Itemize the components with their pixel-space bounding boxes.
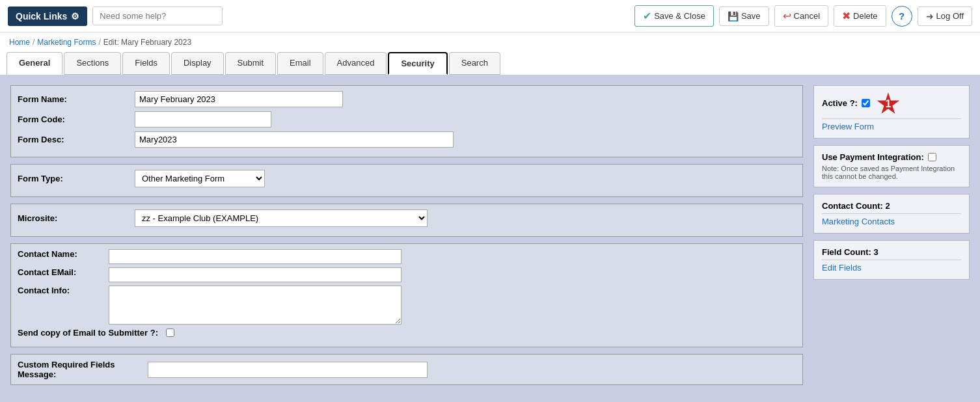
- save-icon: 💾: [728, 11, 739, 21]
- delete-icon: ✖: [842, 10, 851, 22]
- left-panel: Form Name: Form Code: Form Desc: Form Ty…: [10, 85, 803, 392]
- delete-button[interactable]: ✖ Delete: [834, 5, 886, 27]
- contact-count-label: Contact Count: 2: [822, 201, 890, 211]
- breadcrumb-current: Edit: Mary February 2023: [103, 38, 191, 47]
- help-label: ?: [899, 10, 905, 21]
- tab-submit[interactable]: Submit: [225, 52, 276, 75]
- edit-fields-link[interactable]: Edit Fields: [822, 263, 961, 273]
- tab-general[interactable]: General: [7, 52, 62, 75]
- tab-advanced[interactable]: Advanced: [325, 52, 387, 75]
- breadcrumb-sep1: /: [33, 38, 34, 47]
- tab-sections[interactable]: Sections: [64, 52, 121, 75]
- right-panel: Active ?: 1 Preview Form Use Payment Int…: [813, 85, 970, 392]
- save-label: Save: [741, 11, 761, 21]
- send-copy-checkbox[interactable]: [166, 328, 174, 337]
- form-name-label: Form Name:: [18, 94, 135, 104]
- form-type-select[interactable]: Other Marketing Form Registration Form S…: [135, 170, 265, 187]
- save-close-button[interactable]: ✔ Save & Close: [634, 5, 714, 27]
- cancel-label: Cancel: [794, 11, 820, 21]
- delete-label: Delete: [853, 11, 878, 21]
- quick-links-label: Quick Links: [16, 11, 67, 21]
- breadcrumb-sep2: /: [98, 38, 100, 47]
- form-name-row: Form Name:: [18, 91, 796, 107]
- form-desc-row: Form Desc:: [18, 131, 796, 148]
- tabs-bar: General Sections Fields Display Submit E…: [0, 52, 980, 75]
- payment-box: Use Payment Integration: Note: Once save…: [813, 145, 970, 187]
- contact-info-label: Contact Info:: [18, 286, 109, 295]
- marketing-contacts-link[interactable]: Marketing Contacts: [822, 217, 961, 226]
- microsite-row: Microsite: zz - Example Club (EXAMPLE): [18, 209, 796, 227]
- form-desc-input[interactable]: [135, 131, 454, 148]
- cancel-button[interactable]: ↩ Cancel: [774, 5, 828, 27]
- form-type-group: Form Type: Other Marketing Form Registra…: [10, 164, 803, 197]
- badge-container: 1: [877, 92, 900, 116]
- contact-email-row: Contact EMail:: [18, 267, 796, 282]
- contact-count-row: Contact Count: 2: [822, 201, 961, 211]
- logout-button[interactable]: ➜ Log Off: [918, 7, 972, 26]
- breadcrumb-home[interactable]: Home: [9, 38, 30, 47]
- contact-email-input[interactable]: [109, 267, 402, 282]
- form-desc-label: Form Desc:: [18, 135, 135, 144]
- microsite-group: Microsite: zz - Example Club (EXAMPLE): [10, 204, 803, 237]
- tab-search[interactable]: Search: [449, 52, 500, 75]
- field-count-label: Field Count: 3: [822, 247, 878, 257]
- form-type-label: Form Type:: [18, 174, 135, 183]
- contact-name-label: Contact Name:: [18, 249, 109, 259]
- logout-label: Log Off: [936, 11, 964, 21]
- help-input[interactable]: [92, 7, 223, 25]
- tab-display[interactable]: Display: [171, 52, 224, 75]
- contact-email-label: Contact EMail:: [18, 267, 109, 277]
- contact-count-box: Contact Count: 2 Marketing Contacts: [813, 194, 970, 234]
- tab-email[interactable]: Email: [277, 52, 323, 75]
- send-copy-label: Send copy of Email to Submitter ?:: [18, 328, 158, 338]
- custom-fields-input[interactable]: [148, 362, 428, 378]
- gear-icon: ⚙: [71, 11, 79, 21]
- microsite-select[interactable]: zz - Example Club (EXAMPLE): [135, 209, 428, 227]
- form-type-row: Form Type: Other Marketing Form Registra…: [18, 170, 796, 187]
- tab-fields[interactable]: Fields: [122, 52, 170, 75]
- check-icon: ✔: [643, 10, 651, 22]
- breadcrumb-marketing-forms[interactable]: Marketing Forms: [37, 38, 96, 47]
- field-count-row: Field Count: 3: [822, 247, 961, 257]
- send-copy-row: Send copy of Email to Submitter ?:: [18, 328, 796, 338]
- contact-group: Contact Name: Contact EMail: Contact Inf…: [10, 243, 803, 347]
- field-count-box: Field Count: 3 Edit Fields: [813, 240, 970, 280]
- active-checkbox[interactable]: [862, 99, 870, 107]
- contact-info-textarea[interactable]: [109, 286, 402, 325]
- contact-info-row: Contact Info:: [18, 286, 796, 325]
- contact-name-row: Contact Name:: [18, 249, 796, 264]
- contact-name-input[interactable]: [109, 249, 402, 264]
- save-button[interactable]: 💾 Save: [719, 7, 769, 26]
- active-box: Active ?: 1 Preview Form: [813, 85, 970, 139]
- logout-icon: ➜: [926, 11, 934, 21]
- active-row: Active ?:: [822, 98, 870, 108]
- custom-fields-group: Custom Required Fields Message:: [10, 354, 803, 385]
- form-code-input[interactable]: [135, 111, 271, 127]
- tab-security[interactable]: Security: [388, 52, 447, 75]
- payment-row: Use Payment Integration:: [822, 152, 961, 162]
- microsite-label: Microsite:: [18, 213, 135, 223]
- custom-fields-row: Custom Required Fields Message:: [18, 360, 796, 379]
- cancel-icon: ↩: [783, 10, 791, 22]
- form-name-input[interactable]: [135, 91, 343, 107]
- basic-info-group: Form Name: Form Code: Form Desc:: [10, 85, 803, 157]
- form-code-row: Form Code:: [18, 111, 796, 127]
- payment-note: Note: Once saved as Payment Integration …: [822, 165, 961, 180]
- payment-label: Use Payment Integration:: [822, 152, 924, 162]
- top-bar: Quick Links ⚙ ✔ Save & Close 💾 Save ↩ Ca…: [0, 0, 980, 33]
- help-button[interactable]: ?: [892, 6, 912, 27]
- active-label: Active ?:: [822, 98, 858, 108]
- form-code-label: Form Code:: [18, 114, 135, 124]
- quick-links-button[interactable]: Quick Links ⚙: [8, 7, 87, 26]
- breadcrumb: Home / Marketing Forms / Edit: Mary Febr…: [0, 33, 980, 52]
- main-content: Form Name: Form Code: Form Desc: Form Ty…: [0, 75, 980, 402]
- save-close-label: Save & Close: [654, 11, 705, 21]
- custom-fields-label: Custom Required Fields Message:: [18, 360, 141, 379]
- preview-form-link[interactable]: Preview Form: [822, 122, 961, 131]
- payment-checkbox[interactable]: [928, 153, 936, 161]
- badge-number: 1: [885, 98, 891, 110]
